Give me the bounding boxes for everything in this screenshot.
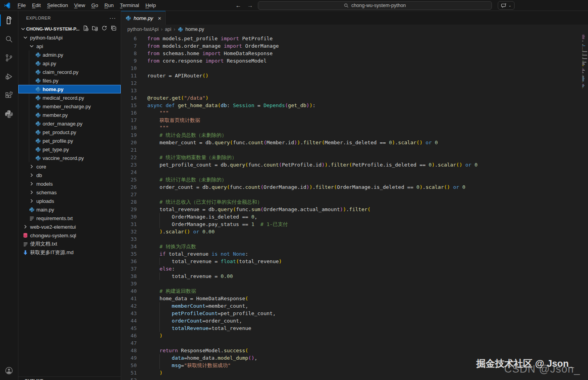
code-line[interactable]: 15async def get_home_data(db: Session = … [121,102,588,109]
menu-help[interactable]: Help [142,1,159,10]
code-line[interactable]: 8from schemas.home import HomeDataRespon… [121,50,588,57]
tree-item-pet-profile-py[interactable]: pet_profile.py [18,136,121,145]
tree-item-order-manage-py[interactable]: order_manage.py [18,119,121,128]
code-line[interactable]: 22 # 统计宠物档案数量（未删除的） [121,154,588,161]
code-line[interactable]: 33 [121,235,588,243]
code-line[interactable]: 41 home_data = HomeDataResponse( [121,295,588,302]
code-line[interactable]: 34 # 转换为浮点数 [121,243,588,250]
tree-item-api-py[interactable]: api.py [18,59,121,68]
tree-item-web-vue2-elementui[interactable]: web-vue2-elementui [18,222,121,231]
tree-item-admin-py[interactable]: admin.py [18,50,121,59]
tree-item-home-py[interactable]: home.py [18,85,121,93]
tree-item-requirements-txt[interactable]: requirements.txt [18,214,121,222]
tree-item-member-recharge-py[interactable]: member_recharge.py [18,102,121,111]
code-line[interactable]: 14@router.get("/data") [121,94,588,102]
workspace-root-row[interactable]: CHONG-WU-SYSTEM-P... [18,25,121,33]
code-line[interactable]: 38 total_revenue = 0.00 [121,272,588,280]
code-line[interactable]: 9from core.response import ResponseModel [121,57,588,65]
run-debug-icon[interactable] [0,67,18,86]
tab-home-py[interactable]: home.py × [121,11,166,25]
tree-item-files-py[interactable]: files.py [18,76,121,85]
collapse-all-icon[interactable] [111,25,117,33]
code-line[interactable]: 43 petProfileCount=pet_profile_count, [121,310,588,317]
code-line[interactable]: 52 [121,376,588,380]
source-control-icon[interactable] [0,48,18,67]
menu-edit[interactable]: Edit [29,1,44,10]
menu-view[interactable]: View [71,1,88,10]
code-line[interactable]: 29 total_revenue = db.query(func.sum(Ord… [121,206,588,213]
menu-go[interactable]: Go [88,1,101,10]
code-line[interactable]: 37 else: [121,265,588,272]
tree-item-main-py[interactable]: main.py [18,205,121,214]
tree-item-uploads[interactable]: uploads [18,197,121,205]
explorer-more-icon[interactable]: ··· [109,15,116,21]
code-line[interactable]: 25 # 统计订单总数（未删除的） [121,176,588,183]
code-line[interactable]: 17 获取首页统计数据 [121,117,588,124]
code-line[interactable]: 46 ) [121,332,588,339]
close-icon[interactable]: × [158,15,161,22]
code-line[interactable]: 42 memberCount=member_count, [121,302,588,310]
command-center-search[interactable]: chong-wu-system-python [258,1,492,10]
tree-item-chongwu-system-sql[interactable]: chongwu-system.sql [18,231,121,240]
tree-item-python-fastapi[interactable]: python-fastApi [18,33,121,42]
tree-item--it-md[interactable]: 获取更多IT资源.md [18,248,121,257]
code-line[interactable]: 31 OrderManage.pay_status == 1 # 1-已支付 [121,220,588,228]
menu-selection[interactable]: Selection [44,1,71,10]
code-line[interactable]: 26 order_count = db.query(func.count(Ord… [121,183,588,191]
copilot-button[interactable]: ⌄ [498,1,515,10]
tree-item-pet-product-py[interactable]: pet_product.py [18,128,121,136]
code-line[interactable]: 18 """ [121,124,588,131]
code-line[interactable]: 48 return ResponseModel.success( [121,347,588,354]
tree-item-pet-type-py[interactable]: pet_type.py [18,145,121,154]
tree-item--txt[interactable]: 使用文档.txt [18,240,121,248]
back-arrow-icon[interactable]: ← [234,1,243,10]
code-line[interactable]: 12 [121,79,588,87]
code-line[interactable]: 11router = APIRouter() [121,72,588,79]
code-line[interactable]: 13 [121,87,588,94]
menu-terminal[interactable]: Terminal [117,1,142,10]
code-line[interactable]: 24 [121,168,588,176]
account-icon[interactable] [0,361,18,380]
tree-item-models[interactable]: models [18,179,121,188]
outline-section[interactable]: › OUTLINE [18,376,121,380]
code-line[interactable]: 30 OrderManage.is_deleted == 0, [121,213,588,220]
extensions-icon[interactable] [0,86,18,105]
code-line[interactable]: 47 [121,339,588,347]
code-line[interactable]: 7from models.order_manage import OrderMa… [121,42,588,50]
code-line[interactable]: 44 orderCount=order_count, [121,317,588,324]
tree-item-api[interactable]: api [18,42,121,50]
code-line[interactable]: 40 # 构建返回数据 [121,287,588,295]
code-line[interactable]: 39 [121,280,588,287]
tree-item-claim-record-py[interactable]: claim_record.py [18,68,121,76]
tree-item-schemas[interactable]: schemas [18,188,121,197]
minimap[interactable] [582,35,588,90]
new-file-icon[interactable] [82,25,89,33]
code-line[interactable]: 23 pet_profile_count = db.query(func.cou… [121,161,588,168]
menu-file[interactable]: File [14,1,29,10]
code-line[interactable]: 16 """ [121,109,588,117]
tree-item-member-py[interactable]: member.py [18,111,121,119]
refresh-icon[interactable] [101,25,107,33]
code-line[interactable]: 45 totalRevenue=total_revenue [121,324,588,332]
code-line[interactable]: 27 [121,191,588,198]
python-icon[interactable] [0,105,18,124]
breadcrumb-item[interactable]: python-fastApi [127,27,159,32]
tree-item-vaccine-record-py[interactable]: vaccine_record.py [18,154,121,162]
code-line[interactable]: 10 [121,65,588,72]
code-line[interactable]: 35 if total_revenue is not None: [121,250,588,258]
breadcrumb-item[interactable]: api [165,27,172,32]
breadcrumb-item[interactable]: home.py [186,27,204,32]
explorer-icon[interactable] [0,11,18,30]
tree-item-core[interactable]: core [18,162,121,171]
search-icon[interactable] [0,30,18,48]
code-line[interactable]: 32 ).scalar() or 0.00 [121,228,588,235]
code-line[interactable]: 20 member_count = db.query(func.count(Me… [121,139,588,146]
menu-run[interactable]: Run [101,1,117,10]
forward-arrow-icon[interactable]: → [245,1,255,10]
code-line[interactable]: 21 [121,146,588,154]
code-line[interactable]: 19 # 统计会员总数（未删除的） [121,131,588,139]
code-line[interactable]: 6from models.pet_profile import PetProfi… [121,35,588,42]
new-folder-icon[interactable] [92,25,98,33]
code-line[interactable]: 28 # 统计总收入（已支付订单的实付金额总和） [121,198,588,206]
tree-item-db[interactable]: db [18,171,121,179]
